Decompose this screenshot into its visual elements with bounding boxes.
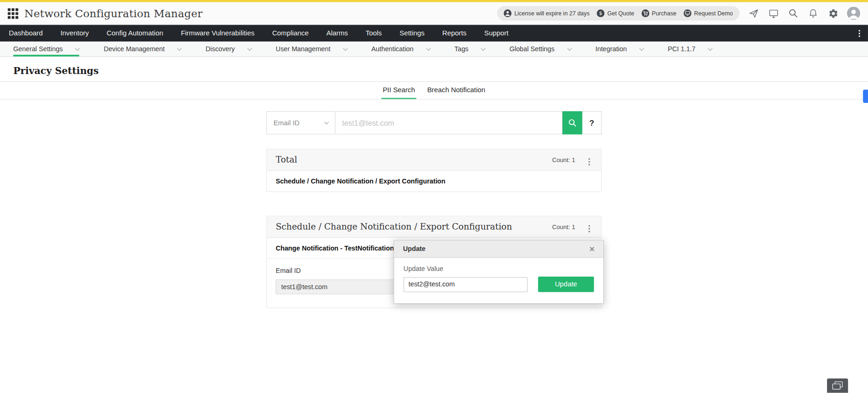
subnav-integration[interactable]: Integration bbox=[595, 41, 643, 56]
chevron-down-icon bbox=[708, 46, 713, 50]
notifications-bell-icon[interactable] bbox=[807, 7, 819, 19]
page-content: Privacy Settings PII Search Breach Notif… bbox=[0, 65, 868, 308]
console-launcher-button[interactable] bbox=[827, 379, 848, 393]
search-icon[interactable] bbox=[787, 7, 799, 19]
subnav-label: Authentication bbox=[371, 45, 413, 53]
app-header-left: Network Configuration Manager bbox=[8, 7, 203, 19]
purchase-button[interactable]: Purchase bbox=[642, 9, 677, 17]
stacked-windows-icon bbox=[832, 381, 843, 390]
pii-tabs: PII Search Breach Notification bbox=[0, 82, 868, 100]
subnav-general-settings[interactable]: General Settings bbox=[14, 41, 80, 56]
subnav-device-management[interactable]: Device Management bbox=[104, 41, 181, 56]
license-expiry-badge[interactable]: License will expire in 27 days bbox=[504, 9, 589, 17]
chevron-down-icon bbox=[324, 120, 329, 124]
update-popup-body: Update Value Update bbox=[394, 258, 603, 303]
nav-inventory[interactable]: Inventory bbox=[52, 25, 98, 41]
live-demo-icon[interactable] bbox=[767, 7, 779, 19]
nav-settings[interactable]: Settings bbox=[391, 25, 434, 41]
pii-search-panel: Email ID ? Total Count: 1 Schedule / Cha… bbox=[266, 111, 601, 308]
update-value-input[interactable] bbox=[403, 277, 527, 292]
update-popup-header: Update × bbox=[394, 241, 603, 258]
subnav-user-management[interactable]: User Management bbox=[276, 41, 347, 56]
chevron-down-icon bbox=[247, 46, 252, 50]
settings-gear-icon[interactable] bbox=[827, 7, 839, 19]
chevron-down-icon bbox=[639, 46, 644, 50]
pii-search-input[interactable] bbox=[335, 111, 562, 135]
subnav-label: Tags bbox=[454, 45, 468, 53]
search-button[interactable] bbox=[562, 111, 582, 135]
total-card: Total Count: 1 Schedule / Change Notific… bbox=[266, 149, 601, 192]
subnav-label: General Settings bbox=[14, 45, 63, 53]
result-card-header: Schedule / Change Notification / Export … bbox=[267, 217, 601, 238]
update-value-label: Update Value bbox=[403, 265, 594, 273]
subnav-global-settings[interactable]: Global Settings bbox=[509, 41, 571, 56]
result-card-kebab-icon[interactable] bbox=[586, 221, 592, 233]
app-header-right: License will expire in 27 days $ Get Quo… bbox=[497, 6, 860, 20]
cart-circle-icon bbox=[642, 9, 649, 17]
chevron-down-icon bbox=[177, 46, 182, 50]
search-criteria-select[interactable]: Email ID bbox=[266, 111, 335, 135]
whats-new-icon[interactable] bbox=[747, 7, 759, 19]
subnav-label: Integration bbox=[595, 45, 627, 53]
chevron-down-icon bbox=[75, 46, 80, 50]
app-window: Network Configuration Manager License wi… bbox=[0, 0, 868, 393]
chevron-down-icon bbox=[481, 46, 486, 50]
nav-support[interactable]: Support bbox=[475, 25, 517, 41]
nav-firmware-vulnerabilities[interactable]: Firmware Vulnerabilities bbox=[172, 25, 263, 41]
request-demo-button[interactable]: Request Demo bbox=[683, 9, 733, 17]
dollar-circle-icon: $ bbox=[597, 9, 605, 17]
apps-grid-icon[interactable] bbox=[8, 8, 19, 19]
subnav-discovery[interactable]: Discovery bbox=[205, 41, 251, 56]
nav-overflow-kebab-icon[interactable] bbox=[859, 25, 861, 41]
result-count-badge: Count: 1 bbox=[552, 224, 575, 230]
update-popup: Update × Update Value Update bbox=[394, 240, 604, 304]
subnav-tags[interactable]: Tags bbox=[454, 41, 485, 56]
get-quote-button[interactable]: $ Get Quote bbox=[597, 9, 634, 17]
tab-pii-search[interactable]: PII Search bbox=[382, 82, 416, 99]
subnav-pci-117[interactable]: PCI 1.1.7 bbox=[668, 41, 712, 56]
main-nav: Dashboard Inventory Config Automation Fi… bbox=[0, 25, 868, 41]
nav-alarms[interactable]: Alarms bbox=[318, 25, 357, 41]
scrollbar-thumb[interactable] bbox=[863, 89, 868, 103]
app-viewport: Network Configuration Manager License wi… bbox=[0, 0, 868, 393]
settings-subnav: General Settings Device Management Disco… bbox=[0, 41, 868, 57]
search-criteria-value: Email ID bbox=[273, 119, 300, 127]
result-card-title: Schedule / Change Notification / Export … bbox=[276, 222, 552, 231]
pii-search-bar: Email ID ? bbox=[266, 111, 601, 135]
update-popup-title: Update bbox=[403, 245, 425, 253]
request-demo-label: Request Demo bbox=[694, 10, 733, 16]
nav-tools[interactable]: Tools bbox=[357, 25, 391, 41]
help-button[interactable]: ? bbox=[582, 111, 602, 135]
total-card-title: Total bbox=[276, 155, 552, 165]
update-popup-controls: Update bbox=[403, 277, 594, 292]
search-icon bbox=[568, 118, 577, 127]
get-quote-label: Get Quote bbox=[608, 10, 635, 16]
total-card-row[interactable]: Schedule / Change Notification / Export … bbox=[267, 171, 601, 191]
subnav-label: PCI 1.1.7 bbox=[668, 45, 695, 53]
total-card-header: Total Count: 1 bbox=[267, 149, 601, 171]
subnav-label: User Management bbox=[276, 45, 330, 53]
nav-reports[interactable]: Reports bbox=[433, 25, 475, 41]
user-avatar[interactable] bbox=[847, 7, 861, 20]
chevron-down-icon bbox=[343, 46, 348, 50]
nav-config-automation[interactable]: Config Automation bbox=[98, 25, 172, 41]
subnav-label: Discovery bbox=[205, 45, 235, 53]
monitor-circle-icon bbox=[683, 9, 691, 17]
license-expiry-label: License will expire in 27 days bbox=[514, 10, 590, 16]
close-icon[interactable]: × bbox=[589, 244, 595, 253]
total-card-kebab-icon[interactable] bbox=[586, 154, 592, 166]
nav-dashboard[interactable]: Dashboard bbox=[0, 25, 52, 41]
total-count-badge: Count: 1 bbox=[552, 156, 575, 163]
license-pill-group: License will expire in 27 days $ Get Quo… bbox=[497, 6, 739, 20]
app-header: Network Configuration Manager License wi… bbox=[0, 2, 868, 25]
tab-breach-notification[interactable]: Breach Notification bbox=[426, 82, 486, 99]
app-title: Network Configuration Manager bbox=[24, 7, 203, 19]
subnav-label: Device Management bbox=[104, 45, 165, 53]
update-submit-button[interactable]: Update bbox=[538, 277, 594, 292]
nav-compliance[interactable]: Compliance bbox=[263, 25, 317, 41]
chevron-down-icon bbox=[426, 46, 431, 50]
subnav-authentication[interactable]: Authentication bbox=[371, 41, 430, 56]
page-title: Privacy Settings bbox=[14, 65, 868, 76]
result-card: Schedule / Change Notification / Export … bbox=[266, 216, 601, 308]
purchase-label: Purchase bbox=[652, 10, 677, 16]
